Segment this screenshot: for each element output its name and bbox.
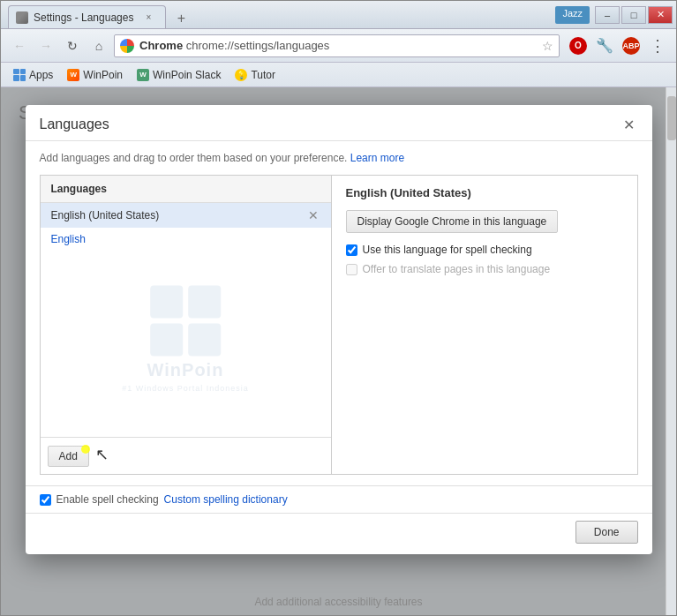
chrome-brand: Chrome [139, 39, 183, 52]
languages-dialog: Languages ✕ Add languages and drag to or… [26, 105, 652, 554]
display-button-label: Display Google Chrome in this language [357, 215, 547, 228]
winpoin-slack-icon: W [137, 69, 149, 81]
list-spacer: WinPoin #1 Windows Portal Indonesia [41, 251, 331, 427]
back-button[interactable]: ← [8, 34, 31, 57]
language-name-en-us: English (United States) [51, 209, 160, 222]
translate-row: Offer to translate pages in this languag… [346, 263, 623, 275]
adblock-icon-button[interactable]: ABP [620, 34, 643, 57]
winpoin-slack-label: WinPoin Slack [153, 69, 221, 81]
selected-language-name: English (United States) [346, 186, 471, 199]
done-button[interactable]: Done [575, 521, 638, 544]
tutor-icon: 💡 [235, 69, 247, 81]
forward-button[interactable]: → [34, 34, 57, 57]
opera-icon: O [569, 37, 587, 55]
bookmark-winpoin-slack[interactable]: W WinPoin Slack [132, 67, 226, 83]
minimize-button[interactable]: – [595, 6, 620, 24]
active-tab[interactable]: Settings - Languages × [8, 5, 166, 28]
accessibility-link[interactable]: Add additional accessibility features [254, 596, 422, 608]
language-item-en[interactable]: English [41, 228, 331, 251]
language-name-en: English [51, 233, 86, 245]
enable-spell-check-label[interactable]: Enable spell checking [56, 493, 159, 506]
page-scrollbar[interactable] [666, 87, 676, 615]
tutor-label: Tutor [251, 69, 275, 81]
language-list-column: Languages English (United States) ✕ Engl… [41, 176, 332, 474]
reload-button[interactable]: ↻ [61, 34, 84, 57]
bookmark-winpoin[interactable]: W WinPoin [62, 67, 128, 83]
winpoin-label: WinPoin [83, 69, 123, 81]
site-icon [120, 39, 134, 53]
new-tab-button[interactable]: + [169, 9, 192, 28]
winpoin-icon: W [67, 69, 79, 81]
jazz-label: Jazz [555, 6, 590, 24]
language-list: English (United States) ✕ English [41, 203, 331, 437]
spell-check-footer-text: Enable spell checking [56, 493, 159, 506]
tab-label: Settings - Languages [34, 11, 133, 24]
watermark-text: WinPoin [147, 360, 224, 380]
dialog-header: Languages ✕ [26, 105, 652, 141]
maximize-button[interactable]: □ [621, 6, 646, 24]
dialog-description: Add languages and drag to order them bas… [40, 152, 638, 164]
language-detail-column: English (United States) Display Google C… [332, 176, 637, 474]
adblock-icon: ABP [622, 37, 640, 55]
cursor-indicator: ↖ [95, 446, 109, 463]
display-in-language-button[interactable]: Display Google Chrome in this language [346, 210, 559, 233]
add-button-label: Add [59, 450, 78, 462]
winpoin-watermark: WinPoin #1 Windows Portal Indonesia [122, 286, 249, 393]
home-button[interactable]: ⌂ [87, 34, 110, 57]
spell-check-row: Use this language for spell checking [346, 244, 623, 256]
language-item-en-us[interactable]: English (United States) ✕ [41, 203, 331, 228]
extension-icon: 🔧 [596, 37, 613, 54]
dialog-close-button[interactable]: ✕ [621, 116, 638, 133]
add-button-highlight [81, 445, 90, 454]
bookmark-star-icon[interactable]: ☆ [542, 39, 553, 53]
custom-dictionary-link[interactable]: Custom spelling dictionary [164, 493, 288, 506]
add-language-button[interactable]: Add [48, 446, 89, 467]
address-bar[interactable]: Chrome chrome://settings/languages ☆ [114, 34, 560, 57]
tab-close-button[interactable]: × [142, 11, 154, 24]
bookmark-tutor[interactable]: 💡 Tutor [229, 67, 281, 83]
toolbar-icons: O 🔧 ABP ⋮ [567, 34, 669, 57]
translate-label[interactable]: Offer to translate pages in this languag… [363, 263, 551, 275]
spell-check-checkbox[interactable] [346, 244, 357, 256]
tab-area: Settings - Languages × + [8, 1, 192, 28]
browser-toolbar: ← → ↻ ⌂ Chrome chrome://settings/languag… [1, 29, 676, 63]
close-button[interactable]: ✕ [648, 6, 673, 24]
watermark-subtext: #1 Windows Portal Indonesia [122, 384, 249, 393]
apps-icon [13, 69, 26, 81]
content-area: Settings Languages ✕ Add languages and d… [1, 87, 676, 615]
bookmarks-bar: Apps W WinPoin W WinPoin Slack 💡 Tutor [1, 63, 676, 87]
dialog-footer: Done [26, 513, 652, 554]
language-list-footer: Add ↖ [41, 437, 331, 474]
selected-language-title: English (United States) [346, 186, 623, 199]
extension-icon-button[interactable]: 🔧 [593, 34, 616, 57]
spell-check-label[interactable]: Use this language for spell checking [363, 244, 532, 256]
enable-spell-check-checkbox[interactable] [40, 494, 51, 506]
dialog-body: Add languages and drag to order them bas… [26, 141, 652, 485]
dialog-overlay: Languages ✕ Add languages and drag to or… [1, 87, 676, 615]
languages-column-header: Languages [41, 176, 331, 203]
bookmark-apps[interactable]: Apps [8, 67, 58, 83]
title-bar: Settings - Languages × + Jazz – □ ✕ [1, 1, 676, 29]
address-text: Chrome chrome://settings/languages [139, 39, 537, 52]
lang-columns: Languages English (United States) ✕ Engl… [40, 175, 638, 475]
spell-check-footer-row: Enable spell checking Custom spelling di… [26, 485, 652, 513]
dialog-title: Languages [40, 116, 109, 132]
translate-checkbox[interactable] [346, 264, 357, 275]
address-url: chrome://settings/languages [186, 39, 330, 52]
remove-language-en-us[interactable]: ✕ [306, 208, 320, 222]
watermark-grid-icon [150, 286, 221, 357]
scrollbar-thumb[interactable] [667, 96, 676, 140]
description-text: Add languages and drag to order them bas… [40, 152, 348, 164]
opera-icon-button[interactable]: O [567, 34, 590, 57]
apps-label: Apps [29, 69, 53, 81]
settings-tab-icon [16, 11, 28, 24]
window-controls: Jazz – □ ✕ [555, 6, 673, 24]
browser-window: Settings - Languages × + Jazz – □ ✕ ← → … [0, 0, 677, 616]
menu-button[interactable]: ⋮ [646, 34, 669, 57]
accessibility-link-area: Add additional accessibility features [1, 595, 676, 608]
learn-more-link[interactable]: Learn more [350, 152, 404, 164]
